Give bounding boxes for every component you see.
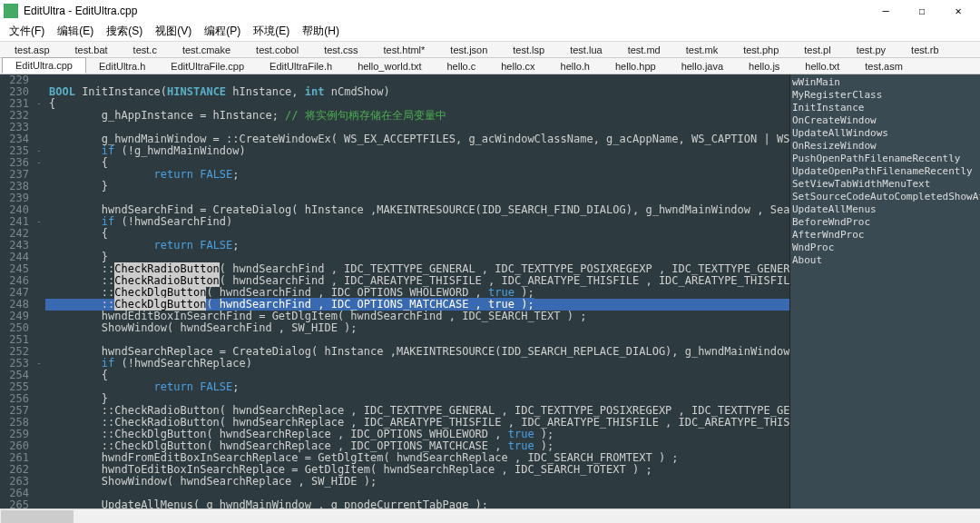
outline-item[interactable]: UpdateAllWindows <box>792 127 978 140</box>
tab[interactable]: test.html* <box>370 43 437 57</box>
tab[interactable]: hello.h <box>548 59 603 74</box>
tab[interactable]: test.c <box>121 43 170 57</box>
line-number-gutter: 2292302312322332342352362372382392402412… <box>0 74 33 508</box>
outline-item[interactable]: SetSourceCodeAutoCompletedShowAft <box>792 191 978 203</box>
tab[interactable]: EditUltraFile.cpp <box>158 59 257 74</box>
outline-item[interactable]: About <box>792 254 978 267</box>
code-editor[interactable]: 2292302312322332342352362372382392402412… <box>0 74 789 508</box>
scrollbar-thumb[interactable] <box>1 510 74 523</box>
tabrow-file-types: test.asptest.battest.ctest.cmaketest.cob… <box>0 42 980 58</box>
tab[interactable]: test.asp <box>2 43 63 57</box>
tab[interactable]: test.css <box>311 43 370 57</box>
tab[interactable]: hello.c <box>434 59 488 74</box>
outline-panel[interactable]: wWinMainMyRegisterClassInitInstanceOnCre… <box>789 74 980 508</box>
tab[interactable]: test.lua <box>557 43 614 57</box>
tab[interactable]: test.json <box>437 43 500 57</box>
outline-item[interactable]: InitInstance <box>792 102 978 114</box>
close-button[interactable]: ✕ <box>940 0 976 22</box>
horizontal-scrollbar[interactable] <box>0 508 980 523</box>
menu-item[interactable]: 搜索(S) <box>101 22 148 41</box>
menu-item[interactable]: 视图(V) <box>150 22 197 41</box>
tab[interactable]: test.cmake <box>170 43 243 57</box>
outline-item[interactable]: UpdateOpenPathFilenameRecently <box>792 165 978 178</box>
code-area[interactable]: BOOL InitInstance(HINSTANCE hInstance, i… <box>45 74 789 508</box>
tab[interactable]: test.py <box>844 43 898 57</box>
outline-item[interactable]: AfterWndProc <box>792 229 978 242</box>
menu-item[interactable]: 帮助(H) <box>297 22 345 41</box>
menu-item[interactable]: 编辑(E) <box>52 22 99 41</box>
menu-item[interactable]: 环境(E) <box>248 22 295 41</box>
outline-item[interactable]: BeforeWndProc <box>792 216 978 229</box>
outline-item[interactable]: MyRegisterClass <box>792 89 978 102</box>
outline-item[interactable]: wWinMain <box>792 76 978 89</box>
tab[interactable]: hello.txt <box>792 59 852 74</box>
menubar: 文件(F)编辑(E)搜索(S)视图(V)编程(P)环境(E)帮助(H) <box>0 22 980 42</box>
tab[interactable]: EditUltra.h <box>86 59 158 74</box>
tab[interactable]: hello.js <box>736 59 792 74</box>
app-icon <box>4 4 18 18</box>
menu-item[interactable]: 编程(P) <box>199 22 246 41</box>
tab[interactable]: EditUltra.cpp <box>2 57 86 74</box>
tab[interactable]: hello.java <box>669 59 736 74</box>
minimize-button[interactable]: — <box>867 0 904 22</box>
tab[interactable]: test.cobol <box>243 43 311 57</box>
tab[interactable]: hello.hpp <box>603 59 669 74</box>
tab[interactable]: test.asm <box>852 59 916 74</box>
titlebar: EditUltra - EditUltra.cpp — ☐ ✕ <box>0 0 980 22</box>
tab[interactable]: test.rb <box>898 43 952 57</box>
menu-item[interactable]: 文件(F) <box>4 22 50 41</box>
tab[interactable]: test.mk <box>673 43 730 57</box>
outline-item[interactable]: UpdateAllMenus <box>792 203 978 216</box>
outline-item[interactable]: WndProc <box>792 242 978 254</box>
maximize-button[interactable]: ☐ <box>904 0 940 22</box>
tab[interactable]: EditUltraFile.h <box>257 59 345 74</box>
outline-item[interactable]: SetViewTabWidthMenuText <box>792 178 978 191</box>
tab[interactable]: hello_world.txt <box>345 59 434 74</box>
tab[interactable]: test.php <box>730 43 791 57</box>
tab[interactable]: test.bat <box>63 43 121 57</box>
tab[interactable]: test.pl <box>791 43 843 57</box>
tab[interactable]: test.lsp <box>500 43 557 57</box>
outline-item[interactable]: OnResizeWindow <box>792 140 978 153</box>
tabrow-open-files: EditUltra.cppEditUltra.hEditUltraFile.cp… <box>0 58 980 74</box>
tab[interactable]: hello.cx <box>488 59 547 74</box>
outline-item[interactable]: PushOpenPathFilenameRecently <box>792 153 978 165</box>
fold-gutter[interactable]: ----- <box>33 74 45 508</box>
tab[interactable]: test.md <box>615 43 673 57</box>
outline-item[interactable]: OnCreateWindow <box>792 114 978 127</box>
window-title: EditUltra - EditUltra.cpp <box>24 5 867 17</box>
